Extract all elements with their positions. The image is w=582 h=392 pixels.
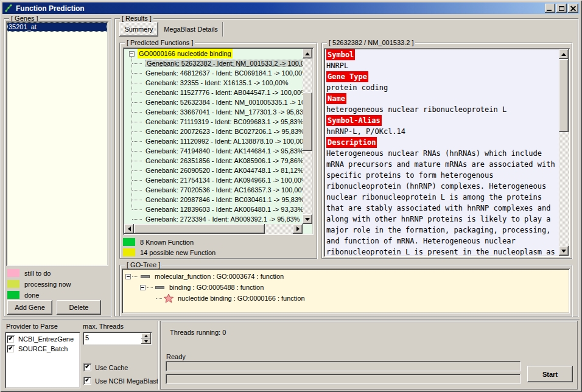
field-value-gene-type: protein coding (326, 82, 558, 93)
checkbox-checked-icon[interactable] (7, 345, 15, 353)
provider-listbox[interactable]: NCBI_EntrezGene SOURCE_Batch (5, 332, 80, 388)
tree-entry: Genebank: 77020536 - Ident: AC166357.3 -… (146, 186, 303, 194)
go-node-nucleotide-binding[interactable]: nucleotide binding : GO:0000166 : functi… (125, 293, 567, 304)
tree-stub (132, 209, 142, 210)
legend-label: processing now (24, 281, 71, 288)
tree-row[interactable]: Genebank: 20987846 - Ident: BC030461.1 -… (124, 195, 303, 205)
tree-row[interactable]: Genebank: 11527776 - Ident: AB044547.1 -… (124, 88, 303, 97)
green-swatch-icon (7, 291, 19, 299)
results-group-label: [ Results ] (120, 15, 153, 22)
tree-vscrollbar[interactable] (303, 49, 312, 224)
checkbox-checked-icon[interactable] (7, 335, 15, 343)
genes-list[interactable]: 35201_at (6, 21, 108, 266)
tree-row[interactable]: Genebank: 2723394 - Ident: AB009392.1 ->… (124, 214, 303, 224)
tree-row[interactable]: Genebank: 26090520 - Ident: AK044748.1 -… (124, 166, 303, 175)
tree-entry: Genebank: 21754134 - Ident: AK094966.1 -… (146, 177, 303, 184)
tree-entry: Genebank: 52632382 - Ident: NM_001533.2 … (146, 60, 303, 67)
go-node-label: binding : GO:0005488 : function (169, 284, 264, 291)
add-gene-button[interactable]: Add Gene (7, 300, 52, 315)
max-threads-spinner[interactable]: 5 (83, 332, 152, 345)
tree-entry: Genebank: 11120992 - Ident: AL138878.10 … (146, 138, 303, 145)
go-term-bar-icon (141, 275, 150, 278)
tree-hscrollbar[interactable] (124, 224, 303, 234)
predicted-functions-tree[interactable]: GO0000166 nucleotide binding Genebank: 5… (123, 47, 314, 235)
hscroll-thumb[interactable] (134, 224, 265, 234)
spinner-down-button[interactable] (141, 338, 151, 344)
tree-row[interactable]: Genebank: 26351856 - Ident: AK085906.1 -… (124, 156, 303, 166)
go-node-binding[interactable]: binding : GO:0005488 : function (125, 282, 567, 293)
tree-stub (132, 161, 142, 161)
tree-stub (147, 287, 153, 288)
tree-stub (156, 298, 162, 299)
minimize-button[interactable] (545, 4, 555, 13)
tree-row[interactable]: Genebank: 46812637 - Ident: BC069184.1 -… (124, 68, 303, 78)
tree-stub (132, 141, 142, 142)
go-node-molecular-function[interactable]: molecular_function : GO:0003674 : functi… (125, 271, 567, 282)
tree-row[interactable]: Genebank: 12839603 - Ident: AK006480.1 -… (124, 205, 303, 214)
scroll-left-button[interactable] (124, 224, 134, 234)
legend-label: still to do (24, 270, 51, 277)
use-megablast-checkbox-row[interactable]: Use NCBI MegaBlast (83, 377, 158, 385)
vscroll-thumb[interactable] (303, 93, 312, 151)
tree-row[interactable]: Genebank: 52632382 - Ident: NM_001533.2 … (124, 58, 303, 68)
spinner-up-button[interactable] (141, 333, 151, 338)
scroll-right-button[interactable] (293, 224, 303, 234)
tab-megablast-details[interactable]: MegaBlast Details (160, 22, 223, 37)
scroll-up-button[interactable] (559, 49, 569, 59)
legend-label: done (24, 292, 39, 299)
tree-row[interactable]: Genebank: 20072623 - Ident: BC027206.1 -… (124, 127, 303, 136)
tab-summary[interactable]: Summery (119, 22, 158, 37)
provider-source-batch[interactable]: SOURCE_Batch (7, 344, 79, 354)
max-threads-value: 5 (85, 334, 89, 341)
spinner-down-icon (144, 340, 148, 343)
close-icon (570, 6, 576, 11)
gene-list-item[interactable]: 35201_at (7, 23, 107, 32)
scroll-down-button[interactable] (559, 246, 569, 256)
tree-row[interactable]: Genebank: 21754134 - Ident: AK094966.1 -… (124, 175, 303, 185)
start-button[interactable]: Start (527, 366, 573, 382)
detail-group-label: [ 52632382 / NM_001533.2 ] (327, 39, 415, 46)
go-node-label: molecular_function : GO:0003674 : functi… (155, 273, 284, 280)
scroll-down-icon (561, 250, 566, 253)
detail-text: Symbol HNRPL Gene Type protein coding Na… (326, 49, 558, 256)
tree-stub (132, 180, 142, 181)
progress-bar-bottom (166, 374, 521, 384)
checkbox-checked-icon[interactable] (83, 377, 91, 385)
provider-ncbi-entrezgene[interactable]: NCBI_EntrezGene (7, 334, 79, 344)
scroll-down-button[interactable] (303, 214, 312, 224)
tree-stub (132, 200, 142, 200)
tree-stub (132, 63, 142, 64)
detail-vscrollbar[interactable] (559, 49, 569, 256)
tree-row[interactable]: Genebank: 77020536 - Ident: AC166357.3 -… (124, 185, 303, 195)
collapse-icon[interactable] (129, 51, 135, 57)
threads-running-label: Threads running: 0 (170, 329, 226, 336)
tree-stub (132, 190, 142, 191)
new-count-label: 14 possible new Function (140, 249, 216, 256)
tree-row[interactable]: Genebank: 71119319 - Ident: BC099683.1 -… (124, 117, 303, 127)
tree-row[interactable]: Genebank: 11120992 - Ident: AL138878.10 … (124, 136, 303, 146)
field-value-description: Heterogeneous nuclear RNAs (hnRNAs) whic… (326, 148, 558, 256)
go-tree-panel[interactable]: molecular_function : GO:0003674 : functi… (122, 268, 570, 313)
tree-entry: Genebank: 12839603 - Ident: AK006480.1 -… (146, 206, 303, 213)
pink-swatch-icon (7, 269, 19, 277)
tree-entry: Genebank: 32355 - Ident: X16135.1 -> 100… (146, 79, 289, 86)
checkbox-checked-icon[interactable] (83, 363, 91, 371)
delete-button[interactable]: Delete (57, 300, 101, 315)
collapse-icon[interactable] (140, 285, 146, 290)
tree-root-row[interactable]: GO0000166 nucleotide binding (124, 49, 303, 58)
title-bar[interactable]: Function Prediction (2, 2, 580, 14)
maximize-button[interactable] (556, 4, 567, 13)
tree-row[interactable]: Genebank: 32355 - Ident: X16135.1 -> 100… (124, 78, 303, 88)
tree-row[interactable]: Genebank: 52632384 - Ident: NM_001005335… (124, 97, 303, 107)
tree-row[interactable]: Genebank: 74194840 - Ident: AK144684.1 -… (124, 146, 303, 156)
tree-viewport: GO0000166 nucleotide binding Genebank: 5… (124, 49, 303, 224)
field-value-symbol-alias: hnRNP-L, P/OKcl.14 (326, 126, 558, 137)
tree-row[interactable]: Genebank: 33667041 - Ident: NM_177301.3 … (124, 107, 303, 117)
bottom-divider (2, 319, 580, 320)
vscroll-thumb[interactable] (559, 59, 569, 132)
close-button[interactable] (568, 4, 578, 13)
collapse-icon[interactable] (125, 274, 131, 279)
scroll-up-button[interactable] (303, 49, 312, 58)
use-cache-checkbox-row[interactable]: Use Cache (83, 363, 128, 371)
detail-panel[interactable]: Symbol HNRPL Gene Type protein coding Na… (324, 48, 570, 257)
